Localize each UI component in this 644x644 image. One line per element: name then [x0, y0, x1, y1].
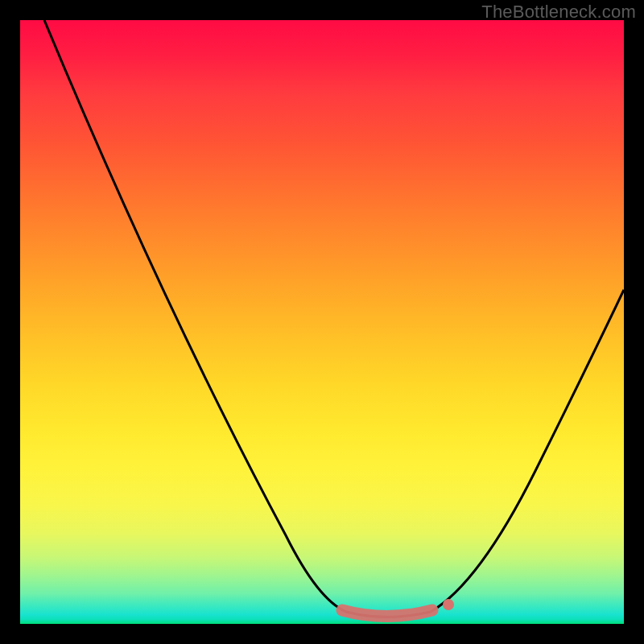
chart-frame: TheBottleneck.com: [0, 0, 644, 644]
watermark-text: TheBottleneck.com: [481, 2, 636, 23]
optimal-end-dot-icon: [443, 599, 454, 610]
curve-left-branch: [44, 20, 346, 612]
plot-area: [20, 20, 624, 624]
bottleneck-curve: [20, 20, 624, 624]
optimal-range-marker: [342, 610, 432, 617]
curve-right-branch: [431, 290, 624, 612]
